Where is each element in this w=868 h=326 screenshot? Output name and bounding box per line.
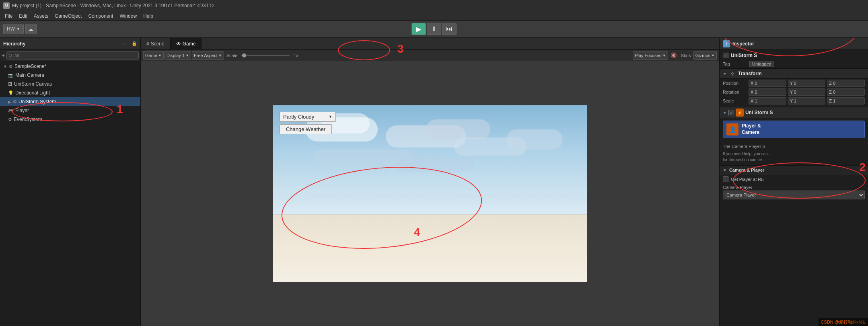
unistorm-header[interactable]: ▼ ✓ ⚡ Uni Storm S: [720, 107, 868, 118]
item-label: SampleScene*: [14, 64, 46, 69]
gizmos-label: Gizmos: [695, 53, 710, 58]
item-label: Main Camera: [15, 72, 44, 78]
canvas-icon: 🖼: [8, 82, 12, 86]
hierarchy-item-maincamera[interactable]: 📷 Main Camera: [0, 71, 140, 80]
menu-assets[interactable]: Assets: [31, 12, 51, 20]
help-text-2: for this section can be...: [723, 157, 865, 163]
component-name-row: ✓ UniStorm S: [720, 51, 868, 59]
game-toolbar: Game ▼ Display 1 ▼ Free Aspect ▼ Scale 1…: [141, 50, 719, 61]
transform-title: Transform: [738, 71, 762, 76]
menu-edit[interactable]: Edit: [16, 12, 31, 20]
scale-slider[interactable]: [241, 55, 290, 56]
scale-label-insp: Scale: [723, 98, 747, 103]
hierarchy-item-directionallight[interactable]: 💡 Directional Light: [0, 88, 140, 97]
cp-arrow: ▼: [723, 168, 727, 172]
tab-game[interactable]: 👁 Game: [171, 38, 202, 50]
transform-arrow: ▼: [723, 72, 727, 76]
hierarchy-lock[interactable]: 🔒: [132, 41, 137, 46]
hierarchy-item-samplescene[interactable]: ▼ ⚙ SampleScene*: [0, 62, 140, 71]
step-button[interactable]: ⏭: [442, 23, 457, 35]
camera-player-dropdown[interactable]: Camera Player: [723, 191, 865, 199]
toolbar: HW ▼ ☁ ▶ ⏸ ⏭ 3: [0, 21, 868, 38]
game-dropdown[interactable]: Game ▼: [143, 51, 164, 60]
ground-line: [273, 214, 587, 215]
rot-x[interactable]: X 0: [749, 88, 786, 96]
hierarchy-item-player[interactable]: 🎮 Player: [0, 106, 140, 115]
menu-help[interactable]: Help: [140, 12, 156, 20]
scale-value: 1x: [292, 53, 300, 58]
tag-label: Tag: [723, 62, 747, 66]
scale-y[interactable]: Y 1: [788, 97, 826, 105]
transform-section-header[interactable]: ▼ ⊹ Transform: [720, 68, 868, 79]
pos-x[interactable]: X 0: [749, 80, 786, 87]
hierarchy-item-eventsystem[interactable]: ⚙ EventSystem: [0, 115, 140, 124]
tag-value[interactable]: Untagged: [749, 61, 774, 67]
cloud-4: [426, 119, 490, 139]
stats-button[interactable]: Stats: [679, 53, 693, 58]
cloud-button[interactable]: ☁: [25, 24, 37, 34]
menu-component[interactable]: Component: [85, 12, 116, 20]
scale-x[interactable]: X 1: [749, 97, 786, 105]
position-row: Position X 0 Y 0 Z 0: [720, 79, 868, 88]
game-tab-label: Game: [183, 41, 196, 47]
scale-z[interactable]: Z 1: [827, 97, 865, 105]
pos-z[interactable]: Z 0: [827, 80, 865, 87]
aspect-dropdown[interactable]: Free Aspect ▼: [192, 51, 224, 60]
cloud-8: [394, 158, 474, 172]
weather-dropdown[interactable]: Partly Cloudy ▼: [280, 112, 336, 122]
hw-dropdown[interactable]: HW ▼: [3, 24, 24, 34]
active-checkbox[interactable]: ✓: [723, 53, 728, 58]
gizmos-dropdown[interactable]: Gizmos ▼: [693, 51, 717, 60]
camera-player-subsection[interactable]: ▼ Camera & Player: [720, 166, 868, 175]
menu-gameobject[interactable]: GameObject: [51, 12, 85, 20]
play-focused-arrow: ▼: [662, 53, 666, 57]
system-icon: ⚙: [13, 99, 17, 105]
hierarchy-item-unistormcanvas[interactable]: 🖼 UniStorm Canvas: [0, 80, 140, 88]
menu-window[interactable]: Window: [116, 12, 140, 20]
rot-z[interactable]: Z 0: [827, 88, 865, 96]
player-camera-button[interactable]: 👤 Player & Camera: [723, 121, 865, 138]
hierarchy-items: ▼ ⚙ SampleScene* 📷 Main Camera 🖼 UniStor…: [0, 61, 140, 326]
play-button[interactable]: ▶: [411, 23, 426, 35]
game-canvas: Partly Cloudy ▼ Change Weather 4: [273, 105, 587, 282]
menu-file[interactable]: File: [2, 12, 16, 20]
menu-bar: File Edit Assets GameObject Component Wi…: [0, 11, 868, 21]
item-label: Player: [15, 108, 29, 113]
light-icon: 💡: [8, 90, 14, 96]
cloud-6: [506, 129, 563, 150]
change-weather-button[interactable]: Change Weather: [280, 124, 332, 134]
pause-button[interactable]: ⏸: [427, 23, 441, 35]
display-label: Display 1: [167, 53, 185, 58]
add-button[interactable]: +: [2, 52, 5, 59]
hierarchy-item-unistormsystem[interactable]: ▶ ⚙ UniStorm System: [0, 97, 140, 106]
item-label: UniStorm Canvas: [14, 81, 52, 87]
pos-y[interactable]: Y 0: [788, 80, 826, 87]
pc-button-icon: 👤: [726, 123, 738, 135]
hierarchy-search[interactable]: [6, 51, 139, 59]
inspector-panel: i Inspector ✓ UniStorm S Tag Untagged ▼ …: [719, 38, 868, 326]
mute-button[interactable]: 🔇: [669, 52, 679, 58]
game-viewport: Partly Cloudy ▼ Change Weather 4: [141, 61, 719, 326]
the-camera-player-text: The Camera Player S: [723, 143, 865, 150]
tab-scene[interactable]: # Scene: [141, 38, 171, 50]
play-focused-dropdown[interactable]: Play Focused ▼: [633, 51, 668, 60]
get-player-label: Get Player at Ru: [731, 177, 763, 182]
get-player-row: Get Player at Ru: [720, 175, 868, 183]
play-icon: ▶: [416, 25, 421, 33]
hierarchy-panel: Hierarchy ⋮ 🔒 + ▼ ⚙ SampleScene* 📷 Main …: [0, 38, 141, 326]
us-checkbox[interactable]: ✓: [728, 110, 734, 115]
camera-player-desc: The Camera Player S If you need help, yo…: [720, 141, 868, 166]
unistorm-section: ▼ ✓ ⚡ Uni Storm S 👤 Player & Camera: [720, 107, 868, 201]
pc-label-line2: Camera: [742, 129, 759, 135]
get-player-checkbox[interactable]: [723, 176, 728, 182]
display-dropdown[interactable]: Display 1 ▼: [165, 51, 191, 60]
play-focused-label: Play Focused: [635, 53, 662, 58]
scene-icon: ⚙: [9, 64, 13, 69]
position-label: Position: [723, 81, 747, 86]
rot-y[interactable]: Y 0: [788, 88, 826, 96]
display-arrow: ▼: [185, 53, 189, 57]
camera-icon: 📷: [8, 73, 14, 78]
hierarchy-dots[interactable]: ⋮: [122, 41, 127, 46]
camera-player-label: Camera Player: [723, 185, 865, 190]
weather-ui: Partly Cloudy ▼ Change Weather: [280, 112, 336, 134]
